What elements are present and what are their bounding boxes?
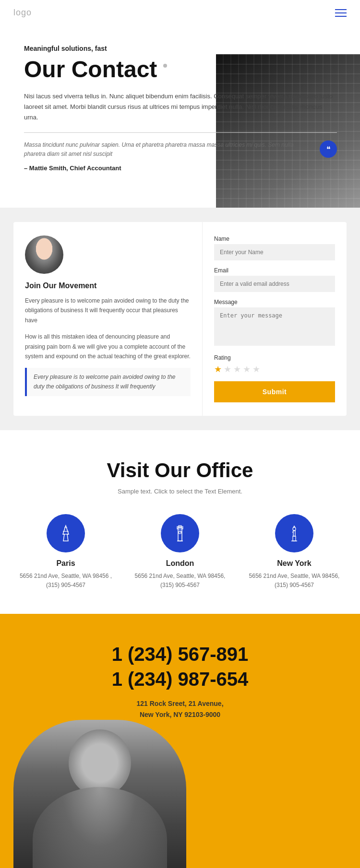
hamburger-line [335, 16, 347, 17]
message-input[interactable] [214, 307, 335, 346]
hero-quote-block: Massa tincidunt nunc pulvinar sapien. Ur… [24, 141, 337, 159]
hamburger-line [335, 9, 347, 10]
email-group: Email [214, 267, 335, 292]
contact-person-image [13, 720, 186, 868]
hero-content: Meaningful solutions, fast Our Contact N… [24, 45, 347, 188]
star-1[interactable]: ★ [214, 364, 222, 375]
hero-section: Meaningful solutions, fast Our Contact N… [0, 25, 360, 208]
rating-label: Rating [214, 354, 335, 361]
star-3[interactable]: ★ [233, 364, 241, 375]
contact-phone-1: 1 (234) 567-891 [13, 643, 347, 666]
email-input[interactable] [214, 276, 335, 292]
star-4[interactable]: ★ [243, 364, 251, 375]
message-group: Message [214, 299, 335, 348]
contact-section: 1 (234) 567-891 1 (234) 987-654 121 Rock… [0, 614, 360, 868]
hero-author: – Mattie Smith, Chief Accountant [24, 164, 337, 172]
paris-name: Paris [56, 559, 75, 568]
location-new-york: New York 5656 21nd Ave, Seattle, WA 9845… [242, 514, 347, 590]
rating-group: Rating ★ ★ ★ ★ ★ [214, 354, 335, 375]
header: logo [0, 0, 360, 25]
svg-rect-10 [293, 530, 295, 536]
email-label: Email [214, 267, 335, 274]
mid-section: Join Our Movement Every pleasure is to w… [0, 208, 360, 430]
name-label: Name [214, 235, 335, 242]
london-name: London [166, 559, 194, 568]
mid-blockquote: Every pleasure is to welcome pain avoide… [25, 368, 191, 396]
paris-icon [47, 514, 85, 552]
mid-left-panel: Join Our Movement Every pleasure is to w… [13, 222, 203, 416]
location-paris: Paris 5656 21nd Ave, Seattle, WA 98456 ,… [13, 514, 118, 590]
hamburger-line [335, 12, 347, 13]
submit-button[interactable]: Submit [214, 381, 335, 402]
star-rating[interactable]: ★ ★ ★ ★ ★ [214, 364, 335, 375]
new-york-icon [275, 514, 313, 552]
location-london: London 5656 21nd Ave, Seattle, WA 98456,… [128, 514, 232, 590]
name-group: Name [214, 235, 335, 260]
office-title: Visit Our Office [13, 459, 347, 482]
office-section: Visit Our Office Sample text. Click to s… [0, 430, 360, 614]
address-line-1: 121 Rock Sreet, 21 Avenue, [136, 700, 223, 707]
new-york-name: New York [277, 559, 311, 568]
office-locations: Paris 5656 21nd Ave, Seattle, WA 98456 ,… [13, 514, 347, 590]
logo: logo [13, 8, 32, 18]
menu-button[interactable] [335, 9, 347, 17]
star-5[interactable]: ★ [252, 364, 260, 375]
join-title: Join Our Movement [25, 282, 191, 290]
message-label: Message [214, 299, 335, 305]
name-input[interactable] [214, 244, 335, 260]
contact-phone-2: 1 (234) 987-654 [13, 668, 347, 691]
hero-quote: Massa tincidunt nunc pulvinar sapien. Ur… [24, 141, 315, 159]
quote-icon: ❝ [320, 141, 337, 158]
mid-description-1: Every pleasure is to welcome pain avoide… [25, 296, 191, 325]
hero-title: Our Contact [24, 57, 337, 82]
new-york-address: 5656 21nd Ave, Seattle, WA 98456, (315) … [242, 572, 347, 590]
contact-address: 121 Rock Sreet, 21 Avenue, New York, NY … [13, 698, 347, 720]
paris-address: 5656 21nd Ave, Seattle, WA 98456 , (315)… [13, 572, 118, 590]
london-icon [161, 514, 199, 552]
star-2[interactable]: ★ [224, 364, 231, 375]
office-subtitle: Sample text. Click to select the Text El… [13, 488, 347, 495]
svg-rect-2 [178, 528, 182, 541]
london-address: 5656 21nd Ave, Seattle, WA 98456, (315) … [128, 572, 232, 590]
mid-description-2: How is all this mistaken idea of denounc… [25, 332, 191, 361]
avatar [25, 235, 63, 274]
hero-divider [24, 132, 337, 133]
mid-card: Join Our Movement Every pleasure is to w… [13, 222, 347, 416]
address-line-2: New York, NY 92103-9000 [140, 711, 220, 718]
hero-subtitle: Meaningful solutions, fast [24, 45, 337, 52]
contact-form: Name Email Message Rating ★ ★ ★ ★ ★ [203, 222, 347, 416]
svg-rect-11 [293, 536, 296, 541]
hero-description: Nisi lacus sed viverra tellus in. Nunc a… [24, 91, 337, 123]
